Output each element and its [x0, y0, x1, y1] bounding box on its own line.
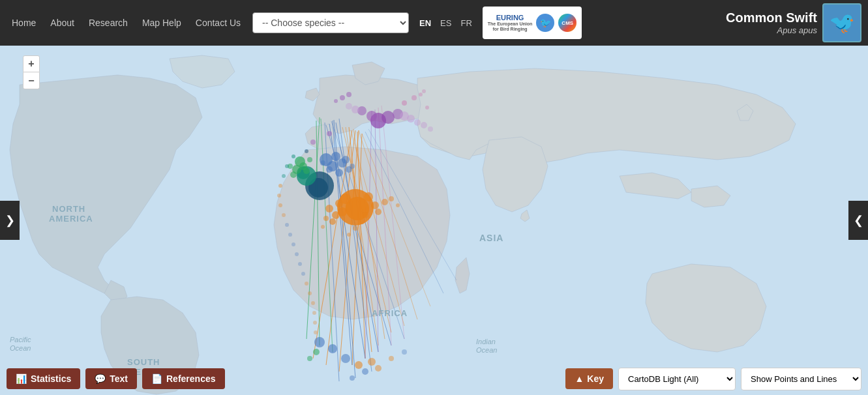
bird-silhouette-icon: 🐦: [829, 10, 855, 35]
language-group: EN ES FR: [417, 17, 475, 29]
nav-bar: Home About Research Map Help Contact Us: [7, 15, 246, 31]
nav-map-help[interactable]: Map Help: [137, 15, 187, 31]
euring-logo: EURING The European Unionfor Bird Ringin…: [488, 14, 532, 33]
cms-logo: CMS: [558, 14, 576, 32]
bird-logo: 🐦: [536, 14, 554, 32]
text-icon: 💬: [95, 373, 106, 384]
bottom-bar: 📊 Statistics 💬 Text 📄 References ▲ Key C…: [0, 362, 868, 395]
lang-fr[interactable]: FR: [458, 17, 474, 29]
header: Home About Research Map Help Contact Us …: [0, 0, 868, 46]
species-latin-name: Apus apus: [777, 25, 817, 35]
stats-label: Statistics: [31, 373, 71, 384]
statistics-button[interactable]: 📊 Statistics: [7, 368, 80, 389]
species-info: Common Swift Apus apus: [726, 10, 817, 35]
partner-logos: EURING The European Unionfor Bird Ringin…: [483, 7, 582, 39]
lang-en[interactable]: EN: [417, 17, 434, 29]
refs-label: References: [166, 373, 216, 384]
points-lines-dropdown[interactable]: Show Points and Lines Show Points Only S…: [741, 368, 861, 390]
species-common-name: Common Swift: [726, 10, 817, 25]
left-panel-toggle[interactable]: ❯: [0, 201, 20, 240]
right-panel-toggle[interactable]: ❮: [848, 201, 868, 240]
stats-icon: 📊: [16, 373, 27, 384]
references-button[interactable]: 📄 References: [142, 368, 225, 389]
lang-es[interactable]: ES: [438, 17, 454, 29]
refs-icon: 📄: [151, 373, 162, 384]
app-root: Home About Research Map Help Contact Us …: [0, 0, 868, 395]
nav-research[interactable]: Research: [83, 15, 133, 31]
key-button[interactable]: ▲ Key: [565, 368, 613, 389]
zoom-in-button[interactable]: +: [23, 55, 40, 72]
text-button[interactable]: 💬 Text: [85, 368, 137, 389]
nav-contact-us[interactable]: Contact Us: [190, 15, 246, 31]
key-label: Key: [587, 373, 604, 384]
map-style-dropdown[interactable]: CartoDB Light (All) CartoDB Light OpenSt…: [618, 368, 736, 390]
nav-about[interactable]: About: [45, 15, 80, 31]
text-label: Text: [110, 373, 128, 384]
species-image: 🐦: [822, 3, 861, 42]
euring-logo-box: EURING The European Unionfor Bird Ringin…: [483, 7, 582, 39]
key-arrow-icon: ▲: [575, 373, 584, 384]
zoom-out-button[interactable]: −: [23, 72, 40, 89]
zoom-controls: + −: [23, 55, 40, 89]
nav-home[interactable]: Home: [7, 15, 41, 31]
species-dropdown[interactable]: -- Choose species --: [252, 12, 409, 33]
map-container[interactable]: NORTH AMERICA SOUTH AMERICA ASIA AFRICA …: [0, 46, 868, 395]
world-map-svg: [0, 46, 868, 395]
